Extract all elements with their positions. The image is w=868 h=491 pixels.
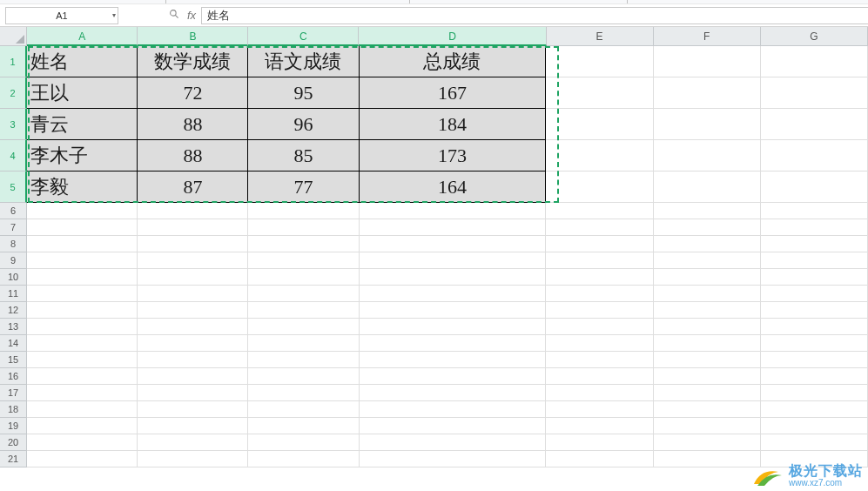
cell[interactable] [654, 418, 761, 434]
cell[interactable] [761, 203, 868, 219]
cell[interactable] [654, 269, 761, 286]
cell-B5[interactable]: 87 [138, 172, 248, 203]
row-header-19[interactable]: 19 [0, 418, 27, 434]
name-box-dropdown-icon[interactable]: ▾ [112, 8, 116, 24]
cell[interactable] [546, 335, 653, 352]
cell[interactable] [654, 319, 761, 335]
cell-F5[interactable] [654, 172, 761, 203]
cell-E5[interactable] [546, 172, 653, 203]
cell[interactable] [360, 219, 547, 236]
cell-D3[interactable]: 184 [360, 109, 547, 140]
cell-E2[interactable] [546, 77, 653, 109]
row-header-10[interactable]: 10 [0, 269, 27, 286]
cell[interactable] [654, 385, 761, 401]
cell[interactable] [761, 236, 868, 252]
cell[interactable] [248, 269, 359, 286]
cell[interactable] [654, 236, 761, 252]
cell[interactable] [546, 385, 653, 401]
cell[interactable] [138, 319, 248, 335]
cell[interactable] [360, 286, 547, 302]
cell[interactable] [27, 434, 138, 451]
cell-A3[interactable]: 青云 [27, 109, 138, 140]
cell[interactable] [761, 368, 868, 385]
cell-E3[interactable] [546, 109, 653, 140]
cell[interactable] [360, 319, 547, 335]
cell[interactable] [360, 401, 547, 418]
row-header-21[interactable]: 21 [0, 451, 27, 467]
cell[interactable] [138, 269, 248, 286]
col-header-F[interactable]: F [654, 27, 761, 46]
cell[interactable] [546, 434, 653, 451]
cell-F1[interactable] [654, 46, 761, 77]
row-header-3[interactable]: 3 [0, 109, 27, 140]
cell[interactable] [761, 302, 868, 319]
cell-C4[interactable]: 85 [248, 140, 359, 172]
cell[interactable] [27, 368, 138, 385]
cell[interactable] [761, 319, 868, 335]
cell-E4[interactable] [546, 140, 653, 172]
cell[interactable] [248, 451, 359, 467]
cell[interactable] [360, 203, 547, 219]
cell[interactable] [761, 401, 868, 418]
cell[interactable] [761, 385, 868, 401]
cell-A1[interactable]: 姓名 [27, 46, 138, 77]
cell-D1[interactable]: 总成绩 [360, 46, 547, 77]
cell[interactable] [546, 368, 653, 385]
cell[interactable] [654, 401, 761, 418]
cell-E1[interactable] [546, 46, 653, 77]
cell[interactable] [654, 203, 761, 219]
cell[interactable] [138, 286, 248, 302]
cell[interactable] [360, 335, 547, 352]
cell-G1[interactable] [761, 46, 868, 77]
cell[interactable] [27, 219, 138, 236]
cell[interactable] [138, 302, 248, 319]
cell-B1[interactable]: 数学成绩 [138, 46, 248, 77]
cell[interactable] [27, 385, 138, 401]
cell[interactable] [546, 302, 653, 319]
cell[interactable] [654, 302, 761, 319]
cell-G2[interactable] [761, 77, 868, 109]
cell-B2[interactable]: 72 [138, 77, 248, 109]
cell-D5[interactable]: 164 [360, 172, 547, 203]
cell-G5[interactable] [761, 172, 868, 203]
cell[interactable] [360, 434, 547, 451]
cell[interactable] [546, 236, 653, 252]
cell[interactable] [248, 236, 359, 252]
cell[interactable] [546, 269, 653, 286]
select-all-corner[interactable] [0, 27, 27, 46]
cell[interactable] [138, 368, 248, 385]
col-header-C[interactable]: C [248, 27, 359, 46]
name-box[interactable]: A1 ▾ [5, 7, 118, 24]
cell[interactable] [546, 352, 653, 368]
cell[interactable] [248, 335, 359, 352]
row-header-1[interactable]: 1 [0, 46, 27, 77]
col-header-E[interactable]: E [547, 27, 654, 46]
cell[interactable] [360, 418, 547, 434]
cell[interactable] [654, 352, 761, 368]
cell[interactable] [248, 203, 359, 219]
cell[interactable] [360, 385, 547, 401]
cell[interactable] [248, 368, 359, 385]
cell[interactable] [761, 352, 868, 368]
cell-A4[interactable]: 李木子 [27, 140, 138, 172]
cell[interactable] [546, 286, 653, 302]
cell-F2[interactable] [654, 77, 761, 109]
cell[interactable] [654, 434, 761, 451]
cell-D4[interactable]: 173 [360, 140, 547, 172]
cell[interactable] [27, 252, 138, 269]
cell[interactable] [248, 418, 359, 434]
cell[interactable] [546, 203, 653, 219]
cell[interactable] [546, 401, 653, 418]
row-header-15[interactable]: 15 [0, 352, 27, 368]
row-header-5[interactable]: 5 [0, 172, 27, 203]
cell[interactable] [360, 269, 547, 286]
cell-B4[interactable]: 88 [138, 140, 248, 172]
cell[interactable] [248, 385, 359, 401]
row-header-7[interactable]: 7 [0, 219, 27, 236]
row-header-4[interactable]: 4 [0, 140, 27, 172]
cell[interactable] [248, 352, 359, 368]
cell-D2[interactable]: 167 [360, 77, 547, 109]
cell[interactable] [654, 286, 761, 302]
row-header-17[interactable]: 17 [0, 385, 27, 401]
cell[interactable] [27, 352, 138, 368]
